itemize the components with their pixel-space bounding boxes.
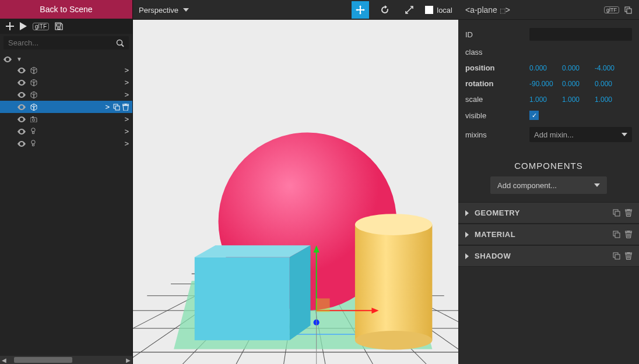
play-button[interactable] (20, 22, 27, 30)
chevron-right-icon (465, 232, 469, 238)
visibility-toggle-icon[interactable] (3, 56, 13, 62)
tree-item[interactable]: > (0, 76, 132, 89)
visibility-toggle-icon[interactable] (17, 68, 27, 73)
delete-icon[interactable] (625, 231, 632, 238)
scroll-right-icon[interactable]: ▶ (124, 357, 132, 363)
mixins-dropdown[interactable]: Add mixin... (529, 127, 632, 142)
camera-icon (30, 116, 121, 122)
svg-rect-48 (615, 233, 620, 238)
mixins-placeholder: Add mixin... (534, 130, 574, 139)
delete-icon[interactable] (625, 209, 632, 217)
delete-icon[interactable] (625, 252, 632, 260)
chevron-right-icon (465, 210, 469, 216)
scrollbar-thumb[interactable] (14, 357, 72, 363)
svg-rect-4 (30, 118, 37, 122)
mixins-row: mixins Add mixin... (465, 123, 632, 146)
rotation-label: rotation (465, 79, 529, 88)
camera-mode-label: Perspective (139, 6, 178, 15)
svg-rect-3 (115, 106, 120, 110)
copy-icon[interactable] (613, 252, 620, 260)
visible-checkbox[interactable]: ✓ (529, 111, 539, 120)
horizontal-scrollbar[interactable]: ◀ ▶ (0, 356, 132, 364)
svg-rect-46 (615, 211, 620, 216)
tree-item[interactable]: > (0, 89, 132, 101)
svg-rect-42 (317, 299, 329, 312)
entity-name: <a-plane ⬚> (465, 5, 599, 15)
camera-mode-dropdown[interactable]: Perspective (139, 6, 189, 15)
cube-icon (30, 91, 121, 98)
gltf-export-button[interactable]: glTF (33, 23, 49, 30)
scroll-left-icon[interactable]: ◀ (0, 357, 8, 363)
tree-item[interactable]: > (0, 113, 132, 125)
visibility-toggle-icon[interactable] (17, 141, 27, 147)
position-y-input[interactable]: 0.000 (562, 64, 590, 72)
copy-icon[interactable] (613, 231, 620, 238)
node-label (30, 79, 121, 86)
visible-row: visible ✓ (465, 107, 632, 123)
expand-icon[interactable]: ▼ (16, 56, 22, 62)
component-name: GEOMETRY (475, 208, 607, 217)
tree-item[interactable]: > (0, 101, 132, 113)
chevron-down-icon (622, 133, 627, 136)
tree-item[interactable]: > (0, 125, 132, 137)
components-header: COMPONENTS (458, 150, 639, 176)
visibility-toggle-icon[interactable] (17, 80, 27, 86)
add-component-label: Add component... (497, 181, 557, 190)
tree-item[interactable]: > (0, 64, 132, 76)
visible-label: visible (465, 111, 529, 120)
rotation-y-input[interactable]: 0.000 (562, 80, 590, 88)
add-entity-button[interactable] (6, 22, 14, 30)
position-label: position (465, 63, 529, 72)
component-name: MATERIAL (475, 230, 607, 239)
scale-tool-button[interactable] (401, 1, 418, 19)
visibility-toggle-icon[interactable] (17, 104, 27, 110)
back-to-scene-button[interactable]: Back to Scene (0, 0, 132, 19)
rotation-z-input[interactable]: 0.000 (595, 80, 623, 88)
node-label (30, 140, 121, 147)
scale-label: scale (465, 95, 529, 104)
position-row: position 0.000 0.000 -4.000 (465, 60, 632, 76)
search-input[interactable] (8, 38, 116, 47)
rotation-x-input[interactable]: -90.000 (529, 80, 557, 88)
add-component-dropdown[interactable]: Add component... (490, 176, 607, 194)
node-label (30, 104, 101, 111)
local-label: local (437, 6, 452, 15)
svg-point-7 (31, 128, 35, 132)
cube-icon (30, 79, 121, 86)
light-icon (30, 140, 121, 147)
scale-y-input[interactable]: 1.000 (562, 96, 590, 104)
local-space-toggle[interactable]: local (425, 6, 452, 15)
svg-marker-35 (290, 245, 311, 340)
visibility-toggle-icon[interactable] (17, 92, 27, 98)
left-toolbar: glTF (0, 19, 132, 34)
svg-line-1 (122, 44, 124, 47)
cylinder-shape (355, 214, 432, 349)
component-section[interactable]: MATERIAL (458, 224, 639, 245)
3d-viewport[interactable] (133, 20, 458, 364)
visibility-toggle-icon[interactable] (17, 129, 27, 135)
scale-z-input[interactable]: 1.000 (595, 96, 623, 104)
chevron-down-icon (594, 183, 600, 187)
component-section[interactable]: GEOMETRY (458, 202, 639, 224)
search-icon[interactable] (116, 39, 124, 47)
id-input[interactable] (529, 28, 632, 41)
duplicate-icon[interactable] (113, 104, 120, 111)
copy-icon[interactable] (624, 6, 632, 14)
copy-icon[interactable] (613, 209, 620, 217)
position-x-input[interactable]: 0.000 (529, 64, 557, 72)
rotate-tool-button[interactable] (376, 1, 394, 19)
delete-icon[interactable] (122, 104, 129, 111)
id-row: ID (465, 24, 632, 44)
scale-x-input[interactable]: 1.000 (529, 96, 557, 104)
tree-item[interactable]: ▼ (0, 54, 132, 64)
node-label (30, 128, 121, 135)
gltf-icon[interactable]: glTF (604, 6, 619, 13)
component-section[interactable]: SHADOW (458, 245, 639, 267)
position-z-input[interactable]: -4.000 (595, 64, 623, 72)
translate-tool-button[interactable] (352, 1, 369, 19)
tree-item[interactable]: > (0, 137, 132, 150)
svg-rect-50 (615, 255, 620, 259)
save-button[interactable] (55, 22, 63, 30)
class-row: class (465, 44, 632, 60)
visibility-toggle-icon[interactable] (17, 116, 27, 122)
